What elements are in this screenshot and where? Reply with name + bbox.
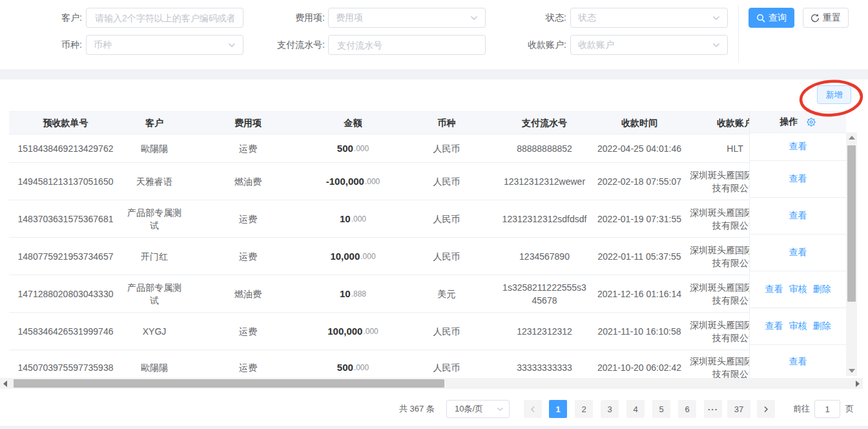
account-select-value: 收款账户: [578, 39, 708, 51]
cell-fee: 运费: [187, 200, 309, 237]
table-row: 1483703631575367681 产品部专属测试 运费 10.000 人民…: [9, 200, 846, 238]
view-link[interactable]: 查看: [789, 247, 807, 258]
payment-no-input[interactable]: [336, 39, 478, 51]
page-size-select[interactable]: 10条/页: [446, 400, 510, 418]
view-link[interactable]: 查看: [789, 141, 807, 152]
page-unit-label: 页: [845, 400, 854, 418]
col-header-order-no: 预收款单号: [9, 112, 122, 134]
col-header-fee: 费用项: [187, 112, 309, 134]
cell-customer: 歐陽陽: [122, 134, 187, 162]
scroll-left-icon[interactable]: [3, 381, 7, 387]
page-button-4[interactable]: 4: [626, 400, 645, 418]
reset-button-label: 重置: [823, 12, 841, 24]
view-link[interactable]: 查看: [789, 356, 807, 368]
prev-page-button[interactable]: [524, 400, 542, 418]
view-link[interactable]: 查看: [789, 173, 807, 185]
audit-link[interactable]: 审核: [789, 320, 807, 332]
status-select[interactable]: 状态: [570, 8, 728, 28]
table-row: 1458346426531999746 XYGJ 运费 100,000.000 …: [9, 313, 846, 350]
currency-label: 币种:: [11, 35, 82, 55]
payment-no-input-wrap: [328, 35, 486, 55]
cell-fee: 燃油费: [187, 163, 309, 200]
delete-link[interactable]: 删除: [813, 320, 831, 332]
goto-page-input[interactable]: [814, 400, 840, 418]
col-header-payment-no: 支付流水号: [497, 112, 592, 134]
chevron-down-icon: [712, 16, 720, 21]
search-button-label: 查询: [769, 12, 787, 24]
cell-payment-no: 12312312312: [497, 313, 592, 350]
page-size-value: 10条/页: [455, 403, 497, 415]
cell-customer: 天雅睿语: [122, 163, 187, 200]
gear-icon[interactable]: [806, 117, 816, 127]
cell-amount: 10,000.000: [309, 238, 397, 275]
page-button-5[interactable]: 5: [652, 400, 670, 418]
reset-button[interactable]: 重置: [803, 8, 849, 28]
col-header-amount: 金额: [309, 112, 397, 134]
page-button-6[interactable]: 6: [678, 400, 696, 418]
chevron-down-icon: [712, 43, 720, 48]
table-row: 1518438469213429762 歐陽陽 运费 500.000 人民币 8…: [9, 134, 846, 163]
page-button-2[interactable]: 2: [575, 400, 593, 418]
currency-select[interactable]: 币种: [86, 35, 243, 55]
search-icon: [756, 14, 765, 23]
refresh-icon: [811, 14, 820, 23]
customer-input-wrap: [86, 8, 243, 28]
col-header-customer: 客户: [122, 112, 187, 134]
cell-order-no: 1480775921953734657: [9, 238, 122, 275]
customer-label: 客户:: [11, 8, 82, 28]
cell-customer: 产品部专属测试: [122, 275, 187, 312]
page-button-1[interactable]: 1: [549, 400, 567, 418]
cell-currency: 人民币: [397, 238, 497, 275]
scroll-right-icon[interactable]: [856, 381, 860, 387]
fee-label: 费用项:: [254, 8, 325, 28]
next-page-button[interactable]: [757, 400, 775, 418]
row-actions: 查看: [750, 235, 846, 271]
row-actions: 查看 审核 删除: [750, 271, 846, 308]
horizontal-scrollbar-thumb[interactable]: [14, 379, 444, 388]
cell-customer: 开门红: [122, 238, 187, 275]
delete-link[interactable]: 删除: [813, 284, 831, 295]
vertical-scrollbar[interactable]: [846, 132, 857, 376]
cell-time: 2022-02-18 07:55:07: [592, 163, 687, 200]
cell-order-no: 1458346426531999746: [9, 313, 122, 350]
cell-amount: -100,000.000: [309, 163, 397, 200]
account-select[interactable]: 收款账户: [570, 35, 728, 55]
add-button[interactable]: 新增: [817, 85, 851, 104]
fee-select[interactable]: 费用项: [328, 8, 486, 28]
page-button-37[interactable]: 37: [727, 400, 750, 418]
audit-link[interactable]: 审核: [789, 284, 807, 295]
cell-payment-no: 12312312312wewer: [497, 163, 592, 200]
customer-input[interactable]: [94, 12, 236, 24]
cell-fee: 运费: [187, 238, 309, 275]
horizontal-scrollbar[interactable]: [0, 378, 863, 389]
cell-currency: 人民币: [397, 200, 497, 237]
filter-panel: 客户: 费用项: 费用项 状态: 状态 币种: 币种 支付流水号: 收款账户: …: [0, 0, 868, 69]
vertical-scrollbar-thumb[interactable]: [847, 145, 856, 302]
scroll-down-icon[interactable]: [849, 369, 855, 373]
chevron-down-icon: [228, 43, 236, 48]
status-select-value: 状态: [578, 12, 708, 24]
cell-payment-no: 1234567890: [497, 238, 592, 275]
chevron-down-icon: [497, 407, 504, 412]
table-row: 1480775921953734657 开门红 运费 10,000.000 人民…: [9, 238, 846, 275]
scroll-up-icon[interactable]: [849, 136, 855, 140]
view-link[interactable]: 查看: [765, 284, 783, 295]
page-button-3[interactable]: 3: [601, 400, 619, 418]
cell-fee: 运费: [187, 313, 309, 350]
more-pages-button[interactable]: ···: [704, 400, 722, 418]
col-header-currency: 币种: [397, 112, 497, 134]
cell-order-no: 1483703631575367681: [9, 200, 122, 237]
view-link[interactable]: 查看: [789, 210, 807, 222]
view-link[interactable]: 查看: [765, 320, 783, 332]
pagination-total: 共 367 条: [399, 400, 435, 418]
fee-select-value: 费用项: [336, 12, 466, 24]
operation-header: 操作: [750, 111, 846, 133]
cell-currency: 人民币: [397, 134, 497, 162]
row-actions: 查看: [750, 161, 846, 198]
chevron-right-icon: [763, 406, 769, 413]
cell-time: 2021-11-10 16:10:58: [592, 313, 687, 350]
cell-payment-no: 1s3258211222555s345678: [497, 275, 592, 312]
cell-fee: 燃油费: [187, 275, 309, 312]
search-button[interactable]: 查询: [749, 8, 794, 28]
cell-order-no: 1518438469213429762: [9, 134, 122, 162]
